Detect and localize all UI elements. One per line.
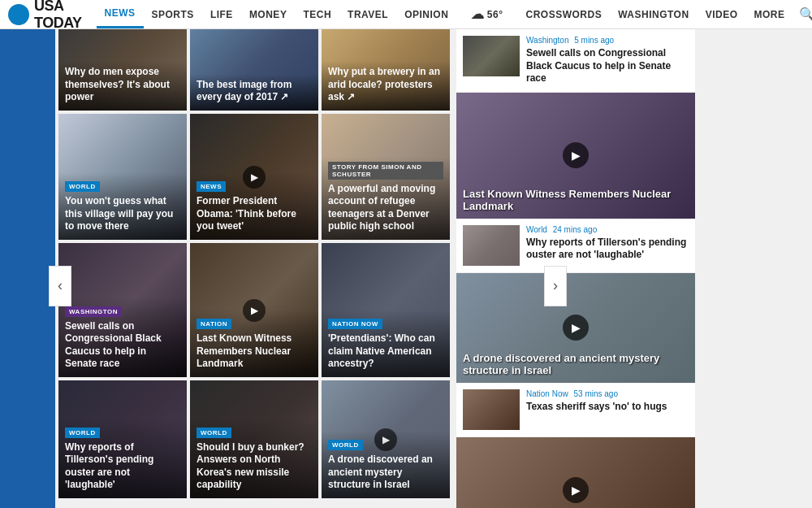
article-row-4: WORLD Why reports of Tillerson's pending…: [58, 380, 450, 498]
article-badge: WASHINGTON: [65, 306, 122, 317]
article-card-obama[interactable]: ▶ NEWS Former President Obama: 'Think be…: [190, 114, 318, 240]
main-article-grid: Why do men expose themselves? It's about…: [55, 29, 453, 508]
article-card-refugee[interactable]: STORY FROM SIMON AND SCHUSTER A powerful…: [322, 114, 450, 240]
arrow-left-button[interactable]: ‹: [49, 266, 71, 306]
article-card-warren[interactable]: NATION NOW 'Pretendians': Who can claim …: [322, 243, 450, 377]
article-badge: WORLD: [328, 440, 363, 450]
article-badge: WORLD: [65, 428, 100, 438]
article-title: 'Pretendians': Who can claim Native Amer…: [328, 332, 443, 371]
sidebar-item-title: Texas sheriff says 'no' to hugs: [526, 401, 689, 414]
article-card-village[interactable]: WORLD You won't guess what this village …: [58, 114, 187, 240]
sidebar-thumb: [463, 389, 520, 430]
article-card-brewery[interactable]: Why put a brewery in an arid locale? pro…: [322, 29, 450, 111]
sidebar-item-tillerson[interactable]: World 24 mins ago Why reports of Tillers…: [456, 219, 695, 273]
article-title: Should I buy a bunker? Answers on North …: [197, 441, 312, 492]
article-title: The best image from every day of 2017 ↗: [197, 79, 312, 104]
sidebar-item-sewell[interactable]: Washington 5 mins ago Sewell calls on Co…: [456, 29, 695, 93]
logo-circle: [8, 4, 29, 25]
article-title: Former President Obama: 'Think before yo…: [197, 195, 312, 233]
nav-item-washington[interactable]: WASHINGTON: [610, 0, 697, 28]
sidebar-play-icon: ▶: [563, 142, 589, 168]
article-title: Why put a brewery in an arid locale? pro…: [328, 66, 443, 104]
sidebar-vid-title: Last Known Witness Remembers Nuclear Lan…: [463, 188, 689, 212]
article-badge: NATION NOW: [328, 319, 382, 329]
sidebar-vid-title: A drone discovered an ancient mystery st…: [463, 352, 689, 376]
nav-weather[interactable]: ☁56°: [463, 0, 511, 28]
sidebar-item-meta: World 24 mins ago: [526, 225, 689, 234]
right-sidebar: Washington 5 mins ago Sewell calls on Co…: [456, 29, 695, 508]
content-wrapper: ‹ Why do men expose themselves? It's abo…: [0, 29, 812, 508]
sidebar-item-content: Nation Now 53 mins ago Texas sheriff say…: [526, 389, 689, 414]
logo-text: USA TODAY: [34, 0, 82, 32]
sidebar-thumb: [463, 225, 520, 266]
nav-item-life[interactable]: LIFE: [202, 0, 241, 28]
article-row-3: WASHINGTON Sewell calls on Congressional…: [58, 243, 450, 377]
sidebar-item-texas-sheriff[interactable]: Nation Now 53 mins ago Texas sheriff say…: [456, 383, 695, 437]
article-badge: STORY FROM SIMON AND SCHUSTER: [328, 162, 443, 180]
article-card-bunker[interactable]: WORLD Should I buy a bunker? Answers on …: [190, 380, 318, 498]
nav-item-travel[interactable]: TRAVEL: [339, 0, 396, 28]
nav-item-sports[interactable]: SPORTS: [144, 0, 202, 28]
article-title: A powerful and moving account of refugee…: [328, 183, 443, 233]
sidebar-item-content: World 24 mins ago Why reports of Tillers…: [526, 225, 689, 262]
sidebar-play-icon: ▶: [563, 477, 589, 503]
header-icons: 🔍 👤: [799, 7, 812, 22]
header: USA TODAY NEWS SPORTS LIFE MONEY TECH TR…: [0, 0, 812, 29]
sidebar-item-content: Washington 5 mins ago Sewell calls on Co…: [526, 36, 689, 85]
sidebar-item-title: Why reports of Tillerson's pending ouste…: [526, 237, 689, 262]
article-card-sewell[interactable]: WASHINGTON Sewell calls on Congressional…: [58, 243, 187, 377]
sidebar-item-title: Sewell calls on Congressional Black Cauc…: [526, 47, 689, 85]
article-title: You won't guess what this village will p…: [65, 195, 180, 233]
article-title: Last Known Witness Remembers Nuclear Lan…: [197, 332, 312, 371]
article-title: A drone discovered an ancient mystery st…: [328, 454, 443, 492]
article-badge: WORLD: [65, 181, 100, 192]
sidebar-play-icon: ▶: [563, 315, 589, 341]
sidebar-video-drone[interactable]: ▶ A drone discovered an ancient mystery …: [456, 273, 695, 383]
sidebar-video-witness[interactable]: ▶ Last Known Witness Remembers Nuclear L…: [456, 93, 695, 219]
article-title: Sewell calls on Congressional Black Cauc…: [65, 320, 180, 371]
sidebar-thumb: [463, 36, 520, 76]
article-card-drone[interactable]: ▶ WORLD A drone discovered an ancient my…: [322, 380, 450, 498]
article-row-2: WORLD You won't guess what this village …: [58, 114, 450, 240]
article-title: Why reports of Tillerson's pending ouste…: [65, 441, 180, 492]
sidebar-video-law[interactable]: ▶ Report: Law enforcement: [456, 437, 695, 508]
sidebar-item-meta: Washington 5 mins ago: [526, 36, 689, 45]
article-title: Why do men expose themselves? It's about…: [65, 66, 180, 104]
article-card-men-expose[interactable]: Why do men expose themselves? It's about…: [58, 29, 187, 111]
search-icon[interactable]: 🔍: [799, 7, 812, 22]
main-nav: NEWS SPORTS LIFE MONEY TECH TRAVEL OPINI…: [97, 0, 793, 28]
nav-item-video[interactable]: VIDEO: [698, 0, 746, 28]
nav-item-news[interactable]: NEWS: [97, 0, 144, 28]
nav-item-opinion[interactable]: OPINION: [396, 0, 456, 28]
article-card-tillerson[interactable]: WORLD Why reports of Tillerson's pending…: [58, 380, 187, 498]
nav-item-money[interactable]: MONEY: [241, 0, 296, 28]
article-row-1: Why do men expose themselves? It's about…: [58, 29, 450, 111]
article-card-witness[interactable]: ▶ NATION Last Known Witness Remembers Nu…: [190, 243, 318, 377]
article-badge: WORLD: [197, 428, 231, 438]
article-card-best-image[interactable]: The best image from every day of 2017 ↗: [190, 29, 318, 111]
article-badge: NEWS: [197, 181, 226, 192]
article-badge: NATION: [197, 319, 231, 329]
sidebar-item-meta: Nation Now 53 mins ago: [526, 389, 689, 398]
blue-sidebar-bar: [0, 29, 55, 508]
nav-item-more[interactable]: MORE: [745, 0, 793, 28]
arrow-right-button[interactable]: ›: [544, 266, 567, 306]
nav-item-crosswords[interactable]: CROSSWORDS: [518, 0, 611, 28]
nav-item-tech[interactable]: TECH: [295, 0, 339, 28]
